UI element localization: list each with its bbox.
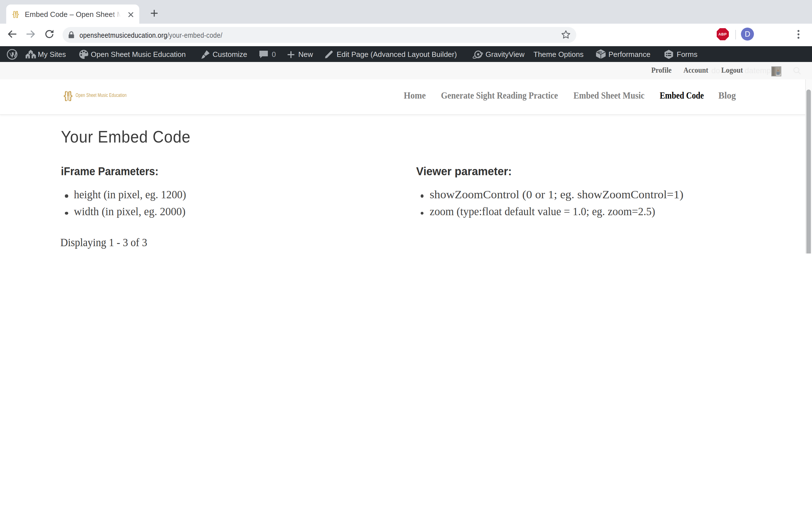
svg-text:W3: W3 (598, 51, 602, 54)
